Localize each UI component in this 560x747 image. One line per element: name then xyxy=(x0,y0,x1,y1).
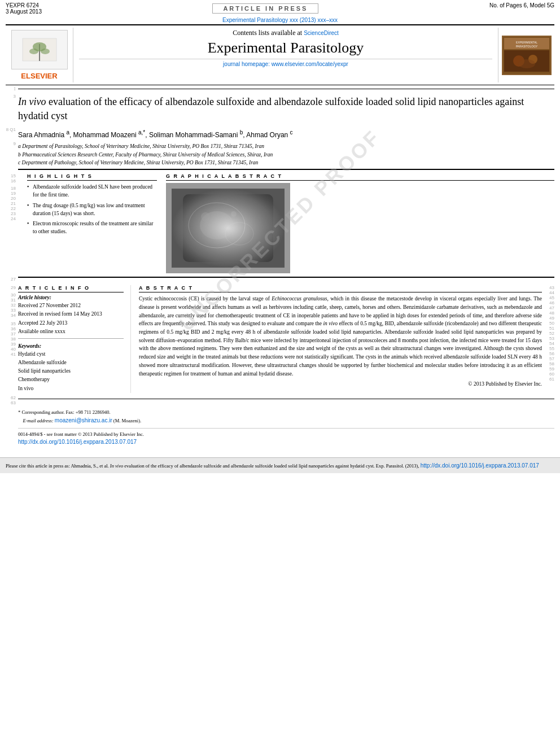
line-27: 27 xyxy=(6,277,18,282)
available-online: Available online xxxx xyxy=(18,327,124,336)
corresponding-author: * Corresponding author. Fax: +98 711 228… xyxy=(18,409,554,416)
highlights-graphical-section: 151618192021222324 H I G H L I G H T S A… xyxy=(6,173,554,273)
accepted-date: Accepted 22 July 2013 xyxy=(18,319,124,327)
svg-point-17 xyxy=(189,203,245,248)
highlights-title: H I G H L I G H T S xyxy=(27,173,157,181)
footnotes-section: * Corresponding author. Fax: +98 711 228… xyxy=(6,409,554,447)
svg-point-18 xyxy=(200,211,234,239)
graphical-abstract-column: G R A P H I C A L A B S T R A C T xyxy=(166,173,554,273)
keywords-title: Keywords: xyxy=(18,343,124,349)
highlight-item-1: Albendazole sulfoxide loaded SLN have be… xyxy=(27,183,157,199)
abstract-column: A B S T R A C T Cystic echinococcosis (C… xyxy=(131,285,542,393)
sciencedirect-line: Contents lists available at ScienceDirec… xyxy=(79,29,492,37)
affil-line-num-9: 9 xyxy=(6,140,18,146)
graphical-abstract-image xyxy=(166,183,290,273)
footnote-divider xyxy=(18,428,554,429)
history-title: Article history: xyxy=(18,295,124,300)
publish-date: 3 August 2013 xyxy=(6,8,42,15)
article-title: In vivo evaluation of the efficacy of al… xyxy=(18,95,554,123)
email-label: E-mail address: xyxy=(23,418,54,423)
abstract-text: Cystic echinococcosis (CE) is caused by … xyxy=(139,295,542,378)
line-62-63: 6263 xyxy=(6,395,18,405)
doi-url-text[interactable]: http://dx.doi.org/10.1016/j.exppara.2013… xyxy=(18,439,137,445)
journal-center: Contents lists available at ScienceDirec… xyxy=(73,28,498,82)
affiliation-a: a Department of Parasitology, School of … xyxy=(18,142,554,150)
keywords-list: Hydatid cyst Albendazole sulfoxide Solid… xyxy=(18,350,124,393)
doi-link[interactable]: http://dx.doi.org/10.1016/j.exppara.2013… xyxy=(18,438,554,446)
journal-title: Experimental Parasitology xyxy=(79,40,492,56)
contents-text: Contents lists available at xyxy=(233,29,302,37)
svg-point-3 xyxy=(29,49,38,54)
page-line-num: 1 xyxy=(6,86,18,91)
email-line: E-mail address: moazeni@shirazu.ac.ir (M… xyxy=(18,416,554,425)
email-name: (M. Moazeni). xyxy=(113,418,141,423)
journal-code: YEXPR 6724 xyxy=(6,2,42,8)
keyword-3: Solid lipid nanoparticles xyxy=(18,367,124,375)
affiliation-b: b Pharmaceutical Sciences Research Cente… xyxy=(18,151,554,159)
authors-section: 8 Q1 Sara Ahmadnia a, Mohammad Moazeni a… xyxy=(6,126,554,139)
article-info-title: A R T I C L E I N F O xyxy=(18,285,124,292)
cover-svg: EXPERIMENTAL PARASITOLOGY xyxy=(502,36,552,75)
parasitology-cover-img: EXPERIMENTAL PARASITOLOGY xyxy=(502,36,552,75)
footnotes-content: * Corresponding author. Fax: +98 711 228… xyxy=(18,409,554,447)
keyword-5: In vivo xyxy=(18,385,124,393)
title-line-num: 3 xyxy=(6,93,18,99)
journal-logo-left: ELSEVIER xyxy=(6,28,73,82)
article-info-column: A R T I C L E I N F O Article history: R… xyxy=(18,285,131,393)
highlight-item-2: The drug dosage (0.5 mg/kg) was low and … xyxy=(27,202,157,218)
svg-point-4 xyxy=(41,49,50,54)
journal-homepage: journal homepage: www.elsevier.com/locat… xyxy=(79,59,492,67)
header-left: YEXPR 6724 3 August 2013 xyxy=(6,2,42,15)
keyword-1: Hydatid cyst xyxy=(18,350,124,359)
issn-line: 0014-4894/$ - see front matter © 2013 Pu… xyxy=(18,431,554,447)
elsevier-brand: ELSEVIER xyxy=(11,72,68,80)
highlights-list: Albendazole sulfoxide loaded SLN have be… xyxy=(27,183,157,236)
elsevier-tree-svg xyxy=(20,36,59,64)
info-line-nums: 293031323334 35363738394041 xyxy=(6,285,18,393)
citation-prefix: Please cite this article in press as: Ah… xyxy=(6,463,109,469)
author-sup-c: c xyxy=(290,129,293,136)
header-right: No. of Pages 6, Model 5G xyxy=(489,2,554,8)
svg-point-21 xyxy=(231,211,237,217)
revised-date: Received in revised form 14 May 2013 xyxy=(18,310,124,318)
received-date: Received 27 November 2012 xyxy=(18,302,124,310)
author-sup-a: a xyxy=(66,129,69,136)
elsevier-logo-box xyxy=(11,30,68,69)
affiliations-section: 9 a Department of Parasitology, School o… xyxy=(6,140,554,167)
author-sup-a2: a,* xyxy=(138,129,145,136)
keyword-2: Albendazole sulfoxide xyxy=(18,359,124,367)
affiliations-list: a Department of Parasitology, School of … xyxy=(18,142,554,167)
email-address[interactable]: moazeni@shirazu.ac.ir xyxy=(55,417,112,423)
copyright-line: © 2013 Published by Elsevier Inc. xyxy=(139,381,542,387)
title-normal-part: evaluation of the efficacy of albendazol… xyxy=(18,96,524,121)
homepage-label: journal homepage: xyxy=(223,61,270,67)
citation-title-italic: In vivo xyxy=(110,463,123,469)
issn-text: 0014-4894/$ - see front matter © 2013 Pu… xyxy=(18,431,554,438)
highlight-item-3: Electron microscopic results of the trea… xyxy=(27,220,157,236)
footnote-spacer xyxy=(6,409,18,447)
top-header: YEXPR 6724 3 August 2013 ARTICLE IN PRES… xyxy=(0,0,560,16)
graphical-abstract-title: G R A P H I C A L A B S T R A C T xyxy=(166,173,554,181)
abstract-title: A B S T R A C T xyxy=(139,285,542,292)
citation-doi[interactable]: http://dx.doi.org/10.1016/j.exppara.2013… xyxy=(421,462,539,469)
citation-title-rest: evaluation of the efficacy of albendazol… xyxy=(124,463,419,469)
corresponding-text: * Corresponding author. Fax: +98 711 228… xyxy=(18,409,111,415)
svg-point-20 xyxy=(201,212,210,221)
title-italic-part: In vivo xyxy=(18,96,46,107)
info-divider xyxy=(18,338,124,339)
authors-line-num: 8 Q1 xyxy=(6,126,18,132)
sciencedirect-link[interactable]: ScienceDirect xyxy=(304,30,339,36)
article-in-press-banner: ARTICLE IN PRESS xyxy=(212,3,318,14)
svg-text:EXPERIMENTAL: EXPERIMENTAL xyxy=(515,41,537,44)
journal-reference: Experimental Parasitology xxx (2013) xxx… xyxy=(222,17,338,23)
homepage-url[interactable]: www.elsevier.com/locate/yexpr xyxy=(272,61,348,67)
journal-logo-right: EXPERIMENTAL PARASITOLOGY xyxy=(498,28,554,82)
abstract-line-nums-right: 43444546474849505152535455565758596061 xyxy=(549,285,554,382)
citation-bar: Please cite this article in press as: Ah… xyxy=(0,457,560,473)
svg-text:PARASITOLOGY: PARASITOLOGY xyxy=(515,45,537,48)
article-title-section: 3 In vivo evaluation of the efficacy of … xyxy=(6,93,554,126)
authors-list: Sara Ahmadnia a, Mohammad Moazeni a,*, S… xyxy=(18,129,554,139)
svg-point-19 xyxy=(225,222,253,245)
svg-rect-15 xyxy=(172,189,285,268)
article-info-abstract-section: 293031323334 35363738394041 A R T I C L … xyxy=(6,285,554,393)
